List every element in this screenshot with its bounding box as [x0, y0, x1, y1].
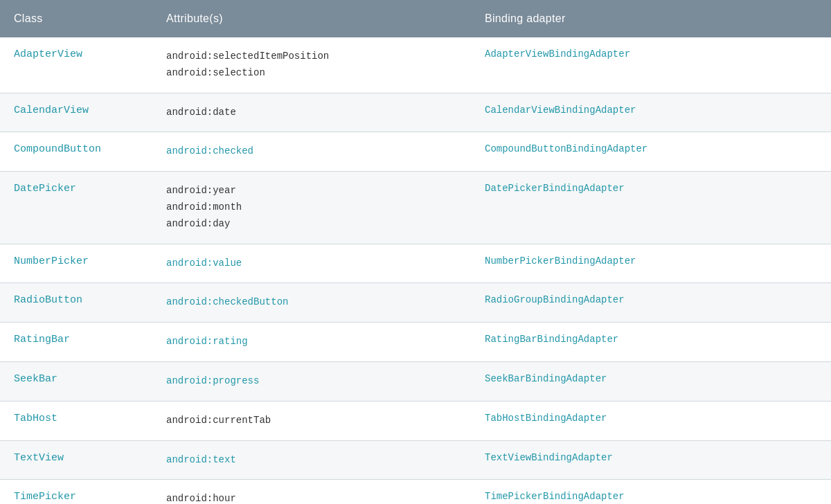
adapter-cell: DatePickerBindingAdapter — [471, 172, 831, 244]
attribute-item: android:hour — [166, 491, 457, 504]
table-row: CompoundButtonandroid:checkedCompoundBut… — [0, 132, 831, 172]
attribute-item: android:checked — [166, 143, 457, 160]
attribute-item: android:selection — [166, 65, 457, 82]
table-row: AdapterViewandroid:selectedItemPositiona… — [0, 37, 831, 93]
attribute-item: android:rating — [166, 334, 457, 350]
adapter-cell: RatingBarBindingAdapter — [471, 323, 831, 362]
table-row: TabHostandroid:currentTabTabHostBindingA… — [0, 401, 831, 440]
adapter-cell: CalendarViewBindingAdapter — [471, 93, 831, 132]
attributes-cell: android:value — [152, 244, 471, 283]
table-row: CalendarViewandroid:dateCalendarViewBind… — [0, 93, 831, 132]
attributes-cell: android:rating — [152, 323, 471, 362]
class-cell: AdapterView — [0, 37, 152, 93]
attributes-cell: android:yearandroid:monthandroid:day — [152, 172, 471, 244]
attribute-item: android:progress — [166, 373, 457, 390]
adapter-cell: SeekBarBindingAdapter — [471, 361, 831, 401]
attribute-item: android:day — [166, 216, 457, 233]
class-cell: NumberPicker — [0, 244, 152, 283]
attribute-item: android:currentTab — [166, 413, 457, 429]
table-row: NumberPickerandroid:valueNumberPickerBin… — [0, 244, 831, 283]
attribute-item: android:selectedItemPosition — [166, 48, 457, 65]
binding-adapter-header: Binding adapter — [471, 0, 831, 37]
attribute-item: android:value — [166, 255, 457, 272]
adapter-cell: RadioGroupBindingAdapter — [471, 283, 831, 323]
table-row: SeekBarandroid:progressSeekBarBindingAda… — [0, 361, 831, 401]
class-cell: RadioButton — [0, 283, 152, 323]
attributes-cell: android:checked — [152, 132, 471, 172]
class-cell: TextView — [0, 440, 152, 480]
table-row: RadioButtonandroid:checkedButtonRadioGro… — [0, 283, 831, 323]
attribute-item: android:year — [166, 183, 457, 199]
attribute-item: android:date — [166, 105, 457, 121]
class-cell: SeekBar — [0, 361, 152, 401]
attributes-cell: android:currentTab — [152, 401, 471, 440]
adapter-cell: CompoundButtonBindingAdapter — [471, 132, 831, 172]
table-header-row: Class Attribute(s) Binding adapter — [0, 0, 831, 37]
table-row: TextViewandroid:textTextViewBindingAdapt… — [0, 440, 831, 480]
adapter-cell: AdapterViewBindingAdapter — [471, 37, 831, 93]
attributes-header: Attribute(s) — [152, 0, 471, 37]
class-cell: TimePicker — [0, 480, 152, 504]
adapter-cell: TabHostBindingAdapter — [471, 401, 831, 440]
attributes-cell: android:progress — [152, 361, 471, 401]
attributes-cell: android:text — [152, 440, 471, 480]
adapter-cell: TimePickerBindingAdapter — [471, 480, 831, 504]
table-row: TimePickerandroid:hourandroid:minuteTime… — [0, 480, 831, 504]
attributes-cell: android:hourandroid:minute — [152, 480, 471, 504]
adapter-cell: TextViewBindingAdapter — [471, 440, 831, 480]
attribute-item: android:checkedButton — [166, 294, 457, 311]
class-cell: TabHost — [0, 401, 152, 440]
class-cell: RatingBar — [0, 323, 152, 362]
attributes-cell: android:date — [152, 93, 471, 132]
table-row: DatePickerandroid:yearandroid:monthandro… — [0, 172, 831, 244]
class-cell: DatePicker — [0, 172, 152, 244]
attribute-item: android:text — [166, 452, 457, 469]
adapter-cell: NumberPickerBindingAdapter — [471, 244, 831, 283]
class-header: Class — [0, 0, 152, 37]
binding-adapters-table: Class Attribute(s) Binding adapter Adapt… — [0, 0, 831, 504]
attribute-item: android:month — [166, 199, 457, 216]
class-cell: CompoundButton — [0, 132, 152, 172]
class-cell: CalendarView — [0, 93, 152, 132]
attributes-cell: android:checkedButton — [152, 283, 471, 323]
attributes-cell: android:selectedItemPositionandroid:sele… — [152, 37, 471, 93]
table-row: RatingBarandroid:ratingRatingBarBindingA… — [0, 323, 831, 362]
